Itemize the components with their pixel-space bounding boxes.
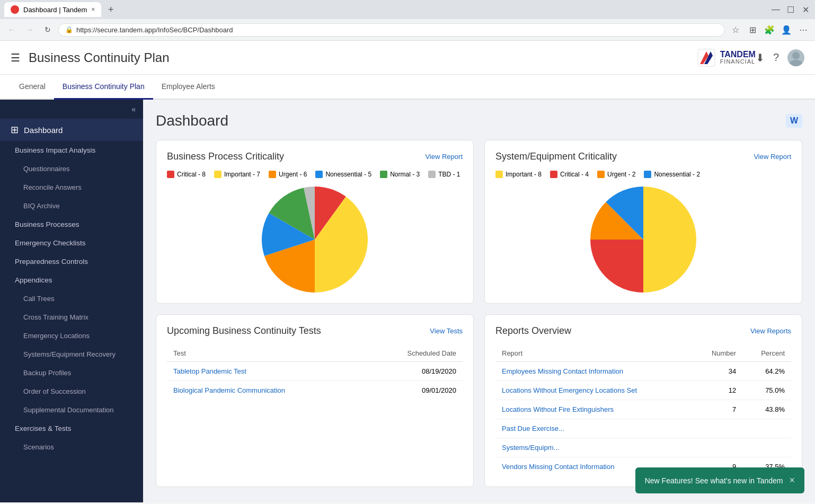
report-link-1[interactable]: Employees Missing Contact Information (502, 367, 623, 375)
sec-pie-slice-important (643, 187, 696, 293)
report-link-4[interactable]: Past Due Exercise... (502, 425, 564, 432)
reports-view-link[interactable]: View Reports (750, 327, 791, 335)
sidebar-item-preparedness-controls[interactable]: Preparedness Controls (0, 252, 143, 271)
back-btn[interactable]: ← (4, 22, 19, 37)
tab-employee-alerts[interactable]: Employee Alerts (153, 75, 224, 100)
collapse-icon[interactable]: « (131, 105, 136, 113)
help-icon[interactable]: ? (773, 51, 779, 64)
reports-col-number: Number (693, 345, 742, 362)
report-num-2: 12 (693, 381, 742, 400)
profile-btn[interactable]: 👤 (779, 22, 794, 37)
word-export-icon[interactable]: W (786, 114, 802, 128)
sidebar-item-reconcile[interactable]: Reconcile Answers (0, 178, 143, 197)
sec-legend-dot-important (495, 171, 503, 178)
sidebar-item-business-processes[interactable]: Business Processes (0, 215, 143, 234)
tests-card: Upcoming Business Continuity Tests View … (156, 314, 474, 487)
refresh-btn[interactable]: ↻ (40, 22, 55, 37)
download-icon[interactable]: ⬇ (756, 51, 765, 64)
sec-pie-chart (495, 187, 791, 293)
bookmark-btn[interactable]: ☆ (728, 22, 743, 37)
sidebar-item-appendices[interactable]: Appendices (0, 271, 143, 289)
report-pct-5 (742, 438, 791, 457)
tab-title: Dashboard | Tandem (23, 6, 87, 14)
table-row: Locations Without Fire Extinguishers 7 4… (495, 400, 791, 419)
sidebar-item-exercises[interactable]: Exercises & Tests (0, 419, 143, 438)
window-controls: — ☐ ✕ (770, 6, 811, 13)
sec-legend-urgent: Urgent - 2 (597, 171, 635, 178)
sidebar-item-order-succession[interactable]: Order of Succession (0, 382, 143, 401)
sidebar-item-systems-recovery[interactable]: Systems/Equipment Recovery (0, 345, 143, 364)
tab-favicon (11, 5, 19, 14)
close-btn[interactable]: ✕ (800, 6, 811, 13)
maximize-btn[interactable]: ☐ (785, 6, 796, 13)
legend-dot-normal (380, 171, 387, 178)
sec-view-report-link[interactable]: View Report (754, 153, 791, 161)
bpc-view-report-link[interactable]: View Report (425, 153, 463, 161)
reports-card-header: Reports Overview View Reports (495, 325, 791, 337)
sec-card-header: System/Equipment Criticality View Report (495, 151, 791, 162)
test-link-2[interactable]: Biological Pandemic Communication (173, 386, 285, 394)
menu-btn[interactable]: ⋯ (796, 22, 811, 37)
user-avatar[interactable] (787, 49, 804, 66)
url-text: https://secure.tandem.app/InfoSec/BCP/Da… (76, 26, 233, 34)
test-link-1[interactable]: Tabletop Pandemic Test (173, 367, 246, 375)
sidebar-item-questionnaires[interactable]: Questionnaires (0, 160, 143, 178)
report-link-5[interactable]: Systems/Equipm... (502, 444, 559, 452)
minimize-btn[interactable]: — (770, 6, 781, 13)
report-num-3: 7 (693, 400, 742, 419)
sidebar-collapse-btn[interactable]: « (0, 100, 143, 119)
extensions-btn[interactable]: 🧩 (762, 22, 777, 37)
tandem-subtitle: FINANCIAL (720, 59, 756, 65)
main-content: « ⊞ Dashboard Business Impact Analysis Q… (0, 100, 815, 502)
legend-dot-tbd (428, 171, 436, 178)
tab-general[interactable]: General (11, 75, 54, 100)
sidebar-item-emergency-locations[interactable]: Emergency Locations (0, 326, 143, 345)
table-row: Biological Pandemic Communication 09/01/… (167, 381, 463, 400)
new-tab-btn[interactable]: + (103, 2, 118, 17)
table-row: Employees Missing Contact Information 34… (495, 362, 791, 381)
tests-view-link[interactable]: View Tests (430, 327, 463, 335)
legend-dot-critical (167, 171, 174, 178)
sidebar: « ⊞ Dashboard Business Impact Analysis Q… (0, 100, 143, 502)
sidebar-item-dashboard[interactable]: ⊞ Dashboard (0, 119, 143, 141)
sec-legend-nonessential: Nonessential - 2 (644, 171, 700, 178)
tab-bcp[interactable]: Business Continuity Plan (54, 75, 153, 100)
sidebar-item-backup-profiles[interactable]: Backup Profiles (0, 364, 143, 382)
report-link-3[interactable]: Locations Without Fire Extinguishers (502, 405, 614, 413)
report-num-1: 34 (693, 362, 742, 381)
toast-notification: New Features! See what's new in Tandem × (635, 467, 804, 493)
report-link-6[interactable]: Vendors Missing Contact Information (502, 463, 614, 471)
report-link-2[interactable]: Locations Without Emergency Locations Se… (502, 386, 637, 394)
sidebar-dashboard-label: Dashboard (24, 126, 63, 135)
browser-toolbar: ← → ↻ 🔒 https://secure.tandem.app/InfoSe… (0, 19, 815, 41)
bpc-pie-chart (167, 187, 463, 293)
sidebar-item-cross-training[interactable]: Cross Training Matrix (0, 308, 143, 326)
sidebar-item-emergency-checklists[interactable]: Emergency Checklists (0, 234, 143, 252)
sidebar-item-scenarios[interactable]: Scenarios (0, 438, 143, 456)
legend-dot-important (214, 171, 222, 178)
forward-btn[interactable]: → (22, 22, 37, 37)
hamburger-icon[interactable]: ☰ (11, 51, 20, 64)
lock-icon: 🔒 (65, 26, 73, 33)
sidebar-item-supplemental[interactable]: Supplemental Documentation (0, 401, 143, 419)
bpc-legend: Critical - 8 Important - 7 Urgent - 6 (167, 171, 463, 178)
bookmarks-btn[interactable]: ⊞ (745, 22, 760, 37)
sec-legend-critical: Critical - 4 (550, 171, 589, 178)
tandem-name: TANDEM (720, 50, 756, 59)
toast-close-btn[interactable]: × (789, 475, 795, 486)
browser-action-buttons: ☆ ⊞ 🧩 👤 ⋯ (728, 22, 811, 37)
bpc-card-header: Business Process Criticality View Report (167, 151, 463, 162)
sidebar-item-call-trees[interactable]: Call Trees (0, 289, 143, 308)
address-bar[interactable]: 🔒 https://secure.tandem.app/InfoSec/BCP/… (58, 23, 725, 37)
svg-point-4 (792, 52, 800, 59)
sec-legend-important: Important - 8 (495, 171, 542, 178)
tests-card-header: Upcoming Business Continuity Tests View … (167, 325, 463, 337)
table-row: Systems/Equipm... (495, 438, 791, 457)
legend-urgent: Urgent - 6 (269, 171, 307, 178)
sidebar-item-bia[interactable]: Business Impact Analysis (0, 141, 143, 160)
tab-close-btn[interactable]: × (91, 6, 95, 13)
sidebar-item-biq-archive[interactable]: BIQ Archive (0, 197, 143, 215)
content-area: Dashboard W Business Process Criticality… (143, 100, 815, 502)
browser-tab-active[interactable]: Dashboard | Tandem × (4, 2, 101, 17)
tandem-logo-text: TANDEM FINANCIAL (720, 50, 756, 65)
